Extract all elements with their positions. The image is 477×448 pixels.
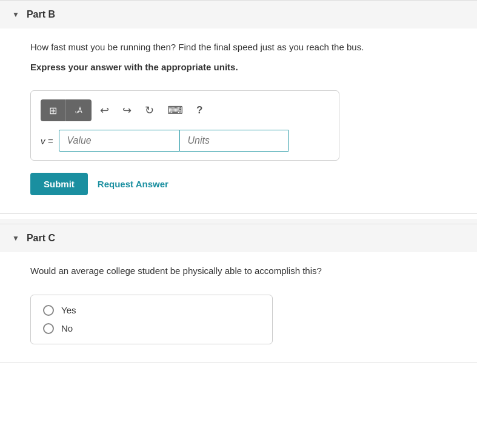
radio-label-no: No xyxy=(61,323,73,333)
request-answer-link[interactable]: Request Answer xyxy=(98,179,168,189)
radio-option-no[interactable]: No xyxy=(43,323,260,334)
grid-icon: ⊞ xyxy=(49,105,57,116)
part-b-body: How fast must you be running then? Find … xyxy=(0,28,477,213)
undo-icon: ↩ xyxy=(100,104,109,117)
part-b-section: ▼ Part B How fast must you be running th… xyxy=(0,0,477,214)
text-size-icon: ᵤÅ xyxy=(75,107,82,115)
part-b-answer-box: ⊞ ᵤÅ ↩ ↪ ↻ ⌨ ? xyxy=(30,90,339,161)
radio-circle-yes[interactable] xyxy=(43,305,54,316)
variable-label: v = xyxy=(41,136,53,146)
keyboard-icon: ⌨ xyxy=(167,104,183,117)
part-b-toolbar: ⊞ ᵤÅ ↩ ↪ ↻ ⌨ ? xyxy=(41,99,329,121)
input-row: v = xyxy=(41,130,329,152)
grid-icon-button[interactable]: ⊞ xyxy=(41,99,66,121)
part-c-header[interactable]: ▼ Part C xyxy=(0,224,477,252)
part-b-header[interactable]: ▼ Part B xyxy=(0,1,477,28)
radio-options-box: Yes No xyxy=(30,295,273,344)
submit-button[interactable]: Submit xyxy=(30,173,88,195)
radio-circle-no[interactable] xyxy=(43,323,54,334)
text-size-icon-button[interactable]: ᵤÅ xyxy=(66,99,92,121)
toolbar-btn-group: ⊞ ᵤÅ xyxy=(41,99,92,121)
section-divider xyxy=(0,219,477,224)
part-b-question-line1: How fast must you be running then? Find … xyxy=(30,41,447,55)
part-c-body: Would an average college student be phys… xyxy=(0,252,477,363)
action-row: Submit Request Answer xyxy=(30,173,447,195)
part-c-section: ▼ Part C Would an average college studen… xyxy=(0,224,477,363)
value-input[interactable] xyxy=(59,130,180,152)
part-c-question: Would an average college student be phys… xyxy=(30,264,447,278)
units-input[interactable] xyxy=(180,130,289,152)
refresh-button[interactable]: ↻ xyxy=(140,101,159,119)
redo-icon: ↪ xyxy=(122,104,132,117)
radio-label-yes: Yes xyxy=(61,305,76,315)
part-c-title: Part C xyxy=(27,233,55,244)
undo-button[interactable]: ↩ xyxy=(95,101,114,119)
refresh-icon: ↻ xyxy=(145,104,154,117)
redo-button[interactable]: ↪ xyxy=(118,101,136,119)
part-b-question-line2: Express your answer with the appropriate… xyxy=(30,61,447,75)
part-c-chevron-icon: ▼ xyxy=(12,234,19,242)
keyboard-button[interactable]: ⌨ xyxy=(162,101,188,119)
part-b-chevron-icon: ▼ xyxy=(12,10,19,19)
radio-option-yes[interactable]: Yes xyxy=(43,305,260,316)
help-icon: ? xyxy=(196,104,202,116)
part-b-title: Part B xyxy=(27,9,55,20)
help-button[interactable]: ? xyxy=(192,102,207,119)
